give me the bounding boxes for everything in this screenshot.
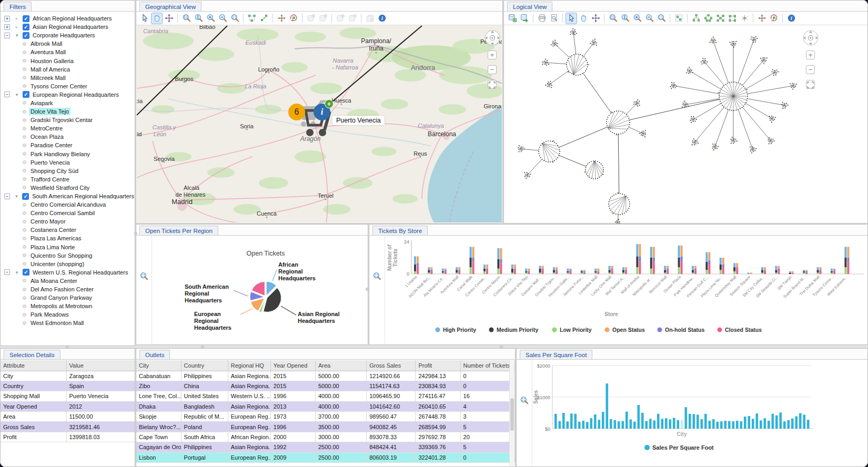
collapse-icon[interactable]: − [4, 92, 10, 97]
graph-satellite-node[interactable] [701, 58, 708, 65]
expand-icon[interactable]: + [4, 24, 10, 30]
tree-leaf[interactable]: Shopping City Süd [1, 167, 134, 175]
store-bar-group[interactable] [511, 265, 516, 274]
store-bar-group[interactable] [442, 269, 447, 274]
tree-checkbox[interactable]: ✓ [23, 32, 29, 39]
city-sales-bar[interactable] [625, 412, 628, 429]
graph-satellite-node[interactable] [639, 130, 646, 137]
zoom-extent-icon[interactable] [619, 13, 631, 24]
tree-checkbox[interactable]: ✓ [22, 193, 29, 200]
save-graph|-icon[interactable] [371, 240, 383, 251]
city-sales-bar[interactable] [685, 407, 688, 429]
city-sales-bar[interactable] [728, 421, 731, 429]
splitter-grip[interactable] [201, 346, 204, 349]
column-header[interactable]: Number of Tickets [460, 360, 514, 371]
zoom-fit-icon[interactable] [519, 394, 530, 406]
store-bar-group[interactable] [497, 248, 502, 274]
legend-item[interactable]: On-hold Status [658, 327, 705, 333]
tree-leaf[interactable]: Park Meadows [1, 310, 134, 319]
zoom-extent-icon[interactable] [193, 13, 204, 24]
city-sales-bar[interactable] [740, 421, 743, 429]
table-row[interactable]: LisbonPortugalEuropean Reg...20092500.00… [136, 452, 515, 462]
page-add-icon[interactable] [317, 13, 329, 24]
city-sales-bar[interactable] [736, 421, 739, 429]
tree-leaf[interactable]: West Edmonton Mall [1, 319, 134, 327]
map-zoom-out-button[interactable]: − [488, 65, 497, 74]
tree-leaf[interactable]: Trafford Centre [1, 175, 134, 184]
store-bar-group[interactable] [609, 266, 613, 275]
table-row[interactable]: Gross Sales3219581.46 [1, 422, 135, 432]
move-icon[interactable] [590, 13, 601, 24]
graph-satellite-node[interactable] [518, 145, 524, 152]
city-sales-bar[interactable] [554, 414, 557, 429]
city-sales-bar[interactable] [704, 414, 707, 429]
collapse-icon[interactable]: − [4, 269, 10, 275]
store-bar-group[interactable] [428, 267, 432, 274]
graph-satellite-node[interactable] [551, 39, 558, 46]
graph-satellite-node[interactable] [731, 137, 738, 144]
map-pan-control[interactable] [484, 29, 501, 46]
city-sales-bar[interactable] [752, 419, 754, 429]
table-row[interactable]: Area11500.00 [1, 412, 135, 422]
column-header[interactable]: Country [181, 360, 228, 371]
layout-orthogonal-icon[interactable] [726, 13, 738, 24]
zoom-marquee-icon[interactable] [180, 13, 192, 24]
city-sales-bar[interactable] [768, 421, 770, 429]
select-elements-icon[interactable] [246, 13, 258, 24]
splitter-grip[interactable] [134, 232, 137, 235]
column-header[interactable]: Attribute [1, 360, 66, 371]
expand-rotate-icon[interactable] [288, 13, 299, 24]
store-bar-group[interactable] [456, 267, 460, 274]
zoom-out-icon[interactable] [217, 13, 228, 24]
city-sales-bar[interactable] [791, 419, 794, 429]
city-sales-bar[interactable] [661, 419, 664, 429]
disclosure-triangle-icon[interactable]: ▾ [14, 270, 20, 275]
graph-satellite-node[interactable] [769, 116, 776, 123]
pages-icon[interactable] [364, 13, 376, 24]
column-header[interactable]: Regional HQ [228, 360, 270, 371]
tree-leaf[interactable]: Paradise Center [1, 141, 134, 149]
city-sales-bar[interactable] [697, 415, 699, 429]
tree-leaf[interactable]: Grand Canyon Parkway [1, 293, 134, 302]
legend-item[interactable]: Low Priority [552, 327, 592, 333]
graph-satellite-node[interactable] [751, 36, 758, 43]
store-bar-group[interactable] [844, 247, 849, 274]
store-bar-group[interactable] [594, 269, 599, 274]
store-bar-group[interactable] [789, 271, 794, 274]
legend-item[interactable]: Medium Priority [489, 327, 539, 333]
outlets-scrollbar-thumb[interactable] [510, 398, 514, 431]
table-row[interactable]: CabanatuanPhilippinesAsian Regiona...201… [136, 371, 515, 381]
city-sales-bar[interactable] [606, 383, 609, 429]
column-header[interactable]: City [136, 360, 181, 371]
table-row[interactable]: CityZaragoza [1, 371, 135, 381]
city-sales-bar[interactable] [775, 415, 778, 429]
print|-icon[interactable] [138, 255, 150, 267]
city-sales-bar[interactable] [590, 418, 593, 429]
graph-satellite-node[interactable] [709, 37, 717, 44]
city-sales-bar[interactable] [649, 419, 652, 429]
store-bar-group[interactable] [414, 256, 419, 274]
export-graph-icon[interactable] [519, 13, 530, 24]
graph-cluster-node[interactable] [538, 140, 560, 163]
city-sales-bar[interactable] [653, 420, 656, 429]
expand-icon[interactable]: + [4, 16, 10, 22]
graph-satellite-node[interactable] [524, 172, 531, 179]
city-sales-bar[interactable] [602, 412, 604, 429]
save-graph-icon[interactable] [507, 13, 518, 24]
zoom-fit-icon[interactable] [138, 270, 150, 282]
zoom-in-icon[interactable] [205, 13, 216, 24]
layout-incremental-icon[interactable] [673, 13, 684, 24]
city-sales-bar[interactable] [582, 421, 585, 429]
tab-sales-per-square-foot[interactable]: Sales Per Square Foot [520, 350, 592, 359]
city-sales-bar[interactable] [633, 422, 636, 429]
tree-leaf[interactable]: Costanera Center [1, 226, 134, 234]
disclosure-triangle-icon[interactable]: ▸ [14, 24, 20, 29]
column-header[interactable]: Profit [416, 360, 460, 371]
city-sales-bar[interactable] [574, 414, 577, 429]
print-preview-icon[interactable] [548, 13, 560, 24]
city-sales-bar[interactable] [803, 415, 806, 429]
tree-leaf[interactable]: Tysons Corner Center [1, 82, 134, 90]
tree-leaf[interactable]: Quicentro Sur Shopping [1, 251, 134, 260]
print|-icon[interactable] [371, 255, 383, 267]
tab-geographical-view[interactable]: Geographical View [139, 2, 201, 11]
